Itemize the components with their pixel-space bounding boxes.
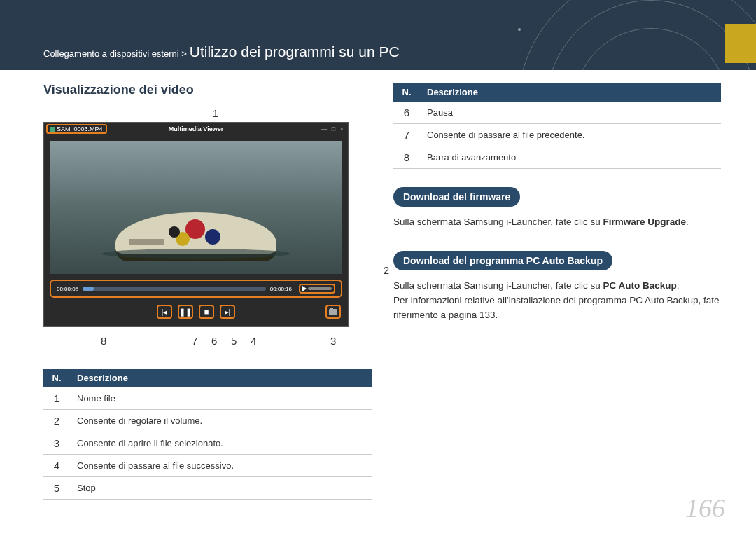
right-column: N. Descrizione 6Pausa 7Consente di passa…	[393, 83, 721, 515]
callout-3: 3	[330, 335, 336, 347]
body-autobackup: Sulla schermata Samsung i-Launcher, fate…	[393, 279, 721, 323]
th-num: N.	[43, 369, 70, 387]
stop-button[interactable]: ■	[199, 305, 214, 319]
pill-download-autobackup: Download del programma PC Auto Backup	[393, 251, 612, 270]
callout-1: 1	[59, 107, 372, 119]
player-titlebar: SAM_0003.MP4 Multimedia Viewer — □ ×	[44, 123, 348, 135]
table-row: 6Pausa	[393, 102, 721, 124]
description-table-left: N. Descrizione 1Nome file 2Consente di r…	[43, 369, 372, 500]
table-row: 7Consente di passare al file precedente.	[393, 124, 721, 146]
controls-row: |◂ ❚❚ ■ ▸|	[44, 301, 348, 326]
callout-5: 5	[231, 335, 237, 347]
section-heading: Visualizzazione dei video	[43, 83, 372, 97]
breadcrumb-section: Collegamento a dispositivi esterni >	[43, 48, 187, 59]
table-row: 4Consente di passare al file successivo.	[43, 455, 372, 477]
bottom-callouts: 8 7 6 5 4 3	[43, 335, 372, 355]
player-title: Multimedia Viewer	[169, 125, 223, 132]
time-total: 00:00:16	[270, 286, 292, 292]
side-tab	[725, 24, 756, 63]
video-frame	[50, 141, 342, 274]
filename-chip: SAM_0003.MP4	[46, 124, 107, 134]
boat-illustration	[115, 212, 276, 261]
callout-7: 7	[192, 335, 197, 347]
speaker-icon	[302, 286, 307, 291]
callout-8: 8	[101, 335, 106, 347]
open-file-button[interactable]	[326, 305, 341, 319]
pause-button[interactable]: ❚❚	[178, 305, 193, 319]
volume-slider[interactable]	[308, 287, 332, 290]
left-column: Visualizzazione dei video 1 SAM_0003.MP4…	[43, 83, 372, 515]
pill-download-firmware: Download del firmware	[393, 187, 520, 207]
description-table-right: N. Descrizione 6Pausa 7Consente di passa…	[393, 83, 721, 169]
th-desc: Descrizione	[70, 369, 372, 387]
volume-control[interactable]	[299, 284, 335, 294]
time-elapsed: 00:00:05	[57, 286, 78, 292]
breadcrumb: Collegamento a dispositivi esterni > Uti…	[43, 43, 400, 60]
video-player: SAM_0003.MP4 Multimedia Viewer — □ × 00:…	[43, 122, 349, 327]
filename-text: SAM_0003.MP4	[57, 125, 103, 132]
th-desc: Descrizione	[420, 83, 721, 102]
body-firmware: Sulla schermata Samsung i-Launcher, fate…	[393, 215, 721, 230]
callout-2: 2	[384, 264, 389, 276]
progress-bar[interactable]	[83, 287, 266, 291]
header-bar: Collegamento a dispositivi esterni > Uti…	[0, 0, 756, 70]
breadcrumb-page: Utilizzo dei programmi su un PC	[190, 43, 400, 60]
page-number: 166	[685, 493, 725, 523]
next-button[interactable]: ▸|	[220, 305, 235, 319]
table-row: 5Stop	[43, 477, 372, 500]
prev-button[interactable]: |◂	[157, 305, 172, 319]
table-row: 1Nome file	[43, 387, 372, 410]
th-num: N.	[393, 83, 420, 102]
window-buttons[interactable]: — □ ×	[321, 125, 345, 132]
callout-6: 6	[211, 335, 217, 347]
callout-4: 4	[251, 335, 256, 347]
progress-row: 00:00:05 00:00:16	[50, 280, 342, 298]
folder-icon	[329, 309, 337, 315]
table-row: 8Barra di avanzamento	[393, 146, 721, 169]
table-row: 3Consente di aprire il file selezionato.	[43, 432, 372, 455]
table-row: 2Consente di regolare il volume.	[43, 410, 372, 432]
file-icon	[50, 127, 55, 132]
